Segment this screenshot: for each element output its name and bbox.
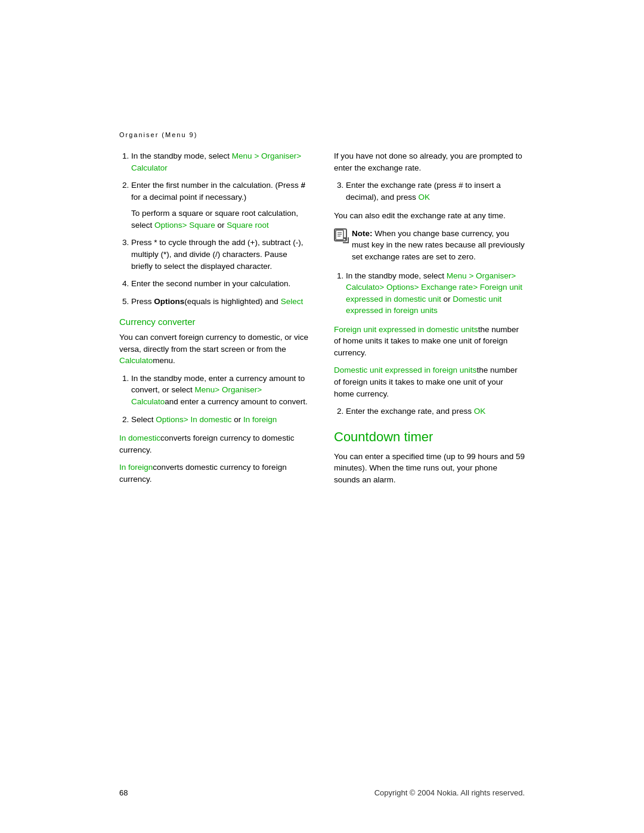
note-icon bbox=[334, 228, 347, 241]
page-number: 68 bbox=[119, 788, 128, 797]
foreign-unit-para: Foreign unit expressed in domestic units… bbox=[334, 324, 525, 359]
countdown-para: You can enter a specified time (up to 99… bbox=[334, 451, 525, 486]
currency-intro-para: You can convert foreign currency to dome… bbox=[119, 332, 310, 367]
list-item: In the standby mode, select Menu > Organ… bbox=[346, 270, 525, 317]
currency-step2-text: Select Options> In domestic or In foreig… bbox=[131, 415, 277, 424]
options-domestic-link: Options> In domestic bbox=[156, 415, 231, 424]
list-item: Press Options(equals is highlighted) and… bbox=[131, 296, 310, 308]
footer-copyright: Copyright © 2004 Nokia. All rights reser… bbox=[374, 788, 525, 797]
right-step1-text: In the standby mode, select Menu > Organ… bbox=[346, 271, 522, 315]
in-foreign-label: In foreign bbox=[119, 463, 153, 472]
ok-link-1: OK bbox=[419, 193, 431, 202]
svg-marker-4 bbox=[343, 237, 346, 240]
currency-converter-heading: Currency converter bbox=[119, 317, 310, 327]
note-block: Note: When you change base currency, you… bbox=[334, 228, 525, 263]
note-text-content: Note: When you change base currency, you… bbox=[352, 228, 525, 263]
right-column: If you have not done so already, you are… bbox=[334, 150, 525, 761]
step5-text: Press Options(equals is highlighted) and… bbox=[131, 297, 303, 306]
footer: 68 Copyright © 2004 Nokia. All rights re… bbox=[119, 788, 525, 797]
currency-step1-text: In the standby mode, enter a currency am… bbox=[131, 374, 308, 406]
main-steps-list: In the standby mode, select Menu > Organ… bbox=[119, 150, 310, 307]
menu-organiser-link: Menu> Organiser> Calculato bbox=[131, 385, 262, 406]
countdown-timer-heading: Countdown timer bbox=[334, 429, 525, 445]
right-para1: If you have not done so already, you are… bbox=[334, 150, 525, 174]
right-steps-list-2: In the standby mode, select Menu > Organ… bbox=[334, 270, 525, 317]
two-col-layout: In the standby mode, select Menu > Organ… bbox=[119, 150, 525, 761]
in-foreign-para: In foreignconverts domestic currency to … bbox=[119, 462, 310, 485]
in-domestic-label: In domestic bbox=[119, 433, 160, 442]
list-item: Enter the exchange rate, and press OK bbox=[346, 405, 525, 417]
right-steps-list-1: Enter the exchange rate (press # to inse… bbox=[334, 179, 525, 203]
right-step2-text: Enter the exchange rate, and press OK bbox=[346, 407, 485, 416]
right-step3-text: Enter the exchange rate (press # to inse… bbox=[346, 181, 501, 202]
right-para2: You can also edit the exchange rate at a… bbox=[334, 210, 525, 222]
list-item: Press * to cycle through the add (+), su… bbox=[131, 237, 310, 272]
page: Organiser (Menu 9) In the standby mode, … bbox=[0, 0, 644, 833]
list-item: In the standby mode, select Menu > Organ… bbox=[131, 150, 310, 174]
ok-link-2: OK bbox=[474, 407, 486, 416]
left-column: In the standby mode, select Menu > Organ… bbox=[119, 150, 310, 761]
section-header: Organiser (Menu 9) bbox=[119, 131, 525, 138]
list-item: Enter the first number in the calculatio… bbox=[131, 179, 310, 231]
indent-text: To perform a square or square root calcu… bbox=[131, 209, 298, 230]
list-item: Select Options> In domestic or In foreig… bbox=[131, 414, 310, 426]
in-foreign-link: In foreign bbox=[243, 415, 277, 424]
step3-text: Press * to cycle through the add (+), su… bbox=[131, 238, 304, 270]
list-item: In the standby mode, enter a currency am… bbox=[131, 373, 310, 408]
note-label: Note: bbox=[352, 229, 374, 238]
select-link: Select bbox=[281, 297, 304, 306]
step1-link: Menu > Organiser> Calculator bbox=[131, 151, 301, 172]
square-root-link: Square root bbox=[227, 221, 269, 230]
foreign-unit-label: Foreign unit expressed in domestic units bbox=[334, 325, 478, 334]
calculato-link: Calculato bbox=[119, 356, 153, 365]
right-steps-list-3: Enter the exchange rate, and press OK bbox=[334, 405, 525, 417]
indent-note: To perform a square or square root calcu… bbox=[131, 208, 310, 231]
content-area: Organiser (Menu 9) In the standby mode, … bbox=[119, 131, 525, 761]
svg-rect-0 bbox=[336, 230, 343, 240]
note-body: When you change base currency, you must … bbox=[352, 229, 525, 261]
currency-steps-list: In the standby mode, enter a currency am… bbox=[119, 373, 310, 425]
note-svg-icon bbox=[335, 230, 346, 240]
list-item: Enter the exchange rate (press # to inse… bbox=[346, 179, 525, 203]
step1-text: In the standby mode, select Menu > Organ… bbox=[131, 151, 301, 172]
step2-text: Enter the first number in the calculatio… bbox=[131, 181, 305, 202]
step4-text: Enter the second number in your calculat… bbox=[131, 279, 290, 288]
in-domestic-para: In domesticconverts foreign currency to … bbox=[119, 432, 310, 456]
domestic-unit-para: Domestic unit expressed in foreign units… bbox=[334, 364, 525, 400]
list-item: Enter the second number in your calculat… bbox=[131, 278, 310, 290]
options-square-link: Options> Square bbox=[154, 221, 215, 230]
domestic-unit-label: Domestic unit expressed in foreign units bbox=[334, 366, 476, 374]
